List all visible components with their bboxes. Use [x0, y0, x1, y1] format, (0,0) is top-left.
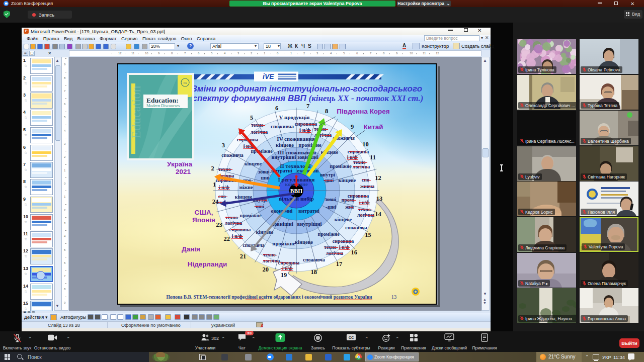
svg-text:проміжне: проміжне	[330, 163, 352, 169]
svg-text:логічна: логічна	[251, 129, 268, 135]
svg-text:спо-: спо-	[362, 177, 371, 183]
svg-text:і н/ф: і н/ф	[232, 233, 243, 239]
svg-text:США,: США,	[195, 209, 213, 216]
svg-text:техно-: техно-	[358, 207, 372, 212]
svg-text:13: 13	[391, 294, 397, 300]
svg-text:і н/ф: і н/ф	[299, 127, 310, 133]
svg-text:17: 17	[336, 260, 343, 267]
svg-text:сировина: сировина	[348, 149, 369, 154]
svg-text:сировина: сировина	[333, 238, 354, 244]
svg-text:зовні: зовні	[325, 197, 337, 202]
svg-text:вільний вибір: вільний вибір	[279, 196, 314, 202]
svg-text:кінцеве: кінцеве	[235, 194, 253, 200]
svg-text:Нідерланди: Нідерланди	[188, 260, 227, 268]
svg-text:техно-: техно-	[225, 215, 239, 220]
svg-text:12: 12	[375, 174, 381, 182]
svg-text:5: 5	[250, 114, 253, 121]
svg-text:споживча: споживча	[221, 152, 244, 158]
svg-text:Південна Корея: Південна Корея	[337, 108, 390, 115]
svg-text:-шні: -шні	[326, 204, 337, 210]
svg-text:логічна: логічна	[353, 164, 370, 169]
svg-text:і н/ф: і н/ф	[282, 265, 293, 271]
svg-text:проміжне: проміжне	[251, 148, 273, 154]
svg-text:внутрішні: внутрішні	[272, 154, 296, 160]
svg-text:22: 22	[224, 235, 230, 242]
svg-text:Modern Discourses: Modern Discourses	[146, 103, 180, 108]
svg-text:11: 11	[370, 154, 376, 161]
svg-text:техно-: техно-	[218, 166, 232, 172]
svg-text:14: 14	[375, 211, 381, 218]
svg-text:13: 13	[376, 195, 383, 202]
svg-text:логічна: логічна	[225, 220, 242, 226]
svg-text:техно-: техно-	[324, 244, 338, 250]
svg-text:зовні-: зовні-	[258, 169, 271, 174]
svg-text:3: 3	[222, 142, 225, 149]
svg-text:кінцеве: кінцеве	[335, 217, 352, 222]
svg-text:споживча: споживча	[345, 225, 367, 230]
svg-text:і н/ф: і н/ф	[359, 200, 370, 205]
svg-text:проміжне: проміжне	[239, 213, 262, 218]
svg-text:15: 15	[365, 231, 371, 238]
svg-text:кінцеве: кінцеве	[339, 177, 356, 183]
svg-text:техно-: техно-	[263, 252, 277, 257]
svg-text:сировина: сировина	[278, 260, 299, 265]
svg-text:20: 20	[263, 266, 269, 273]
svg-text:спо-: спо-	[218, 194, 228, 199]
svg-text:7: 7	[306, 103, 309, 110]
svg-text:IV споживання: IV споживання	[277, 136, 315, 142]
svg-text:шні: шні	[261, 175, 270, 180]
svg-text:проміжне: проміжне	[298, 142, 321, 148]
svg-text:жне: жне	[345, 204, 354, 210]
svg-text:і н/ф: і н/ф	[339, 244, 350, 250]
svg-text:lbs: lbs	[183, 81, 187, 84]
svg-text:Зміни координат інституціональ: Зміни координат інституціонально-господа…	[192, 84, 422, 94]
svg-text:витратні: витратні	[298, 208, 319, 214]
svg-text:Україна: Україна	[167, 160, 192, 168]
svg-text:2: 2	[211, 165, 214, 172]
svg-text:кінцеве: кінцеве	[276, 142, 294, 148]
svg-text:CC: CC	[349, 335, 354, 340]
svg-text:Данія: Данія	[182, 245, 200, 253]
svg-text:2021: 2021	[176, 168, 191, 175]
svg-text:Education: Education	[129, 86, 143, 139]
svg-text:спектру формування ВВП (кінець: спектру формування ВВП (кінець XX - поча…	[192, 94, 423, 103]
svg-text:19: 19	[281, 272, 287, 279]
svg-text:логічна: логічна	[357, 212, 374, 218]
svg-text:техно-: техно-	[251, 122, 265, 128]
svg-text:9: 9	[351, 123, 354, 130]
svg-text:і н/ф: і н/ф	[219, 185, 229, 190]
svg-text:Китай: Китай	[364, 123, 383, 131]
svg-text:сировина: сировина	[348, 193, 369, 199]
svg-text:23: 23	[216, 221, 222, 228]
svg-text:логічна: логічна	[263, 258, 280, 263]
svg-text:21: 21	[240, 253, 247, 260]
svg-text:8: 8	[325, 108, 328, 115]
svg-text:внутрішні: внутрішні	[297, 221, 322, 227]
svg-text:18: 18	[311, 268, 317, 276]
svg-text:кінцеве: кінцеве	[245, 161, 262, 166]
svg-text:10: 10	[362, 141, 369, 148]
svg-text:проміжне: проміжне	[317, 231, 340, 237]
svg-text:iVE: iVE	[263, 72, 274, 80]
svg-text:16: 16	[351, 249, 357, 256]
svg-text:міжне: міжне	[239, 185, 253, 190]
svg-text:внутрі: внутрі	[320, 172, 335, 177]
svg-text:6: 6	[275, 105, 278, 112]
svg-text:сировина: сировина	[229, 227, 251, 232]
svg-text:-шні: -шні	[254, 204, 265, 209]
svg-text:-шні: -шні	[324, 177, 334, 183]
svg-text:споживча: споживча	[271, 124, 294, 129]
svg-text:споживча: споживча	[303, 257, 325, 262]
svg-text:Японія: Японія	[192, 216, 215, 224]
svg-text:кінцеве: кінцеве	[295, 239, 313, 245]
svg-text:логічна: логічна	[326, 250, 343, 256]
svg-text:проміжне: проміжне	[272, 241, 295, 246]
svg-text:V продукція: V продукція	[279, 114, 310, 120]
svg-text:Попова В.В. STEM-технології пр: Попова В.В. STEM-технології професійної …	[166, 295, 372, 300]
